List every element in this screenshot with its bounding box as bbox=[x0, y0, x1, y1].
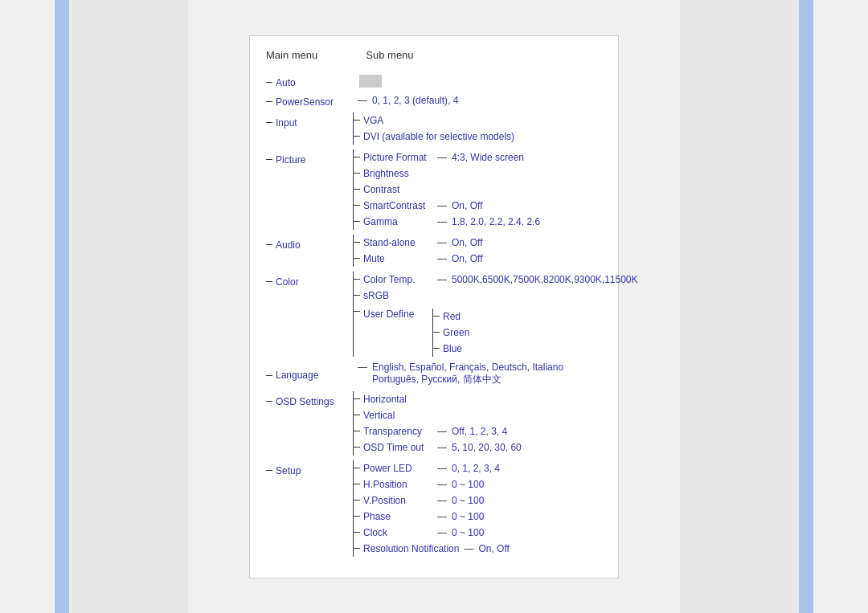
side-bar-right bbox=[799, 0, 813, 613]
list-item: Power LED — 0, 1, 2, 3, 4 bbox=[354, 460, 510, 476]
language-label: Language bbox=[272, 370, 353, 381]
picture-format-label: Picture Format bbox=[360, 152, 432, 163]
audio-tick bbox=[266, 244, 272, 245]
brightness-label: Brightness bbox=[360, 168, 432, 179]
green-label: Green bbox=[440, 327, 469, 338]
input-sub-group: VGA DVI (available for selective models) bbox=[353, 112, 514, 145]
setup-label: Setup bbox=[272, 465, 353, 476]
osd-timeout-label: OSD Time out bbox=[360, 442, 432, 453]
list-item: V.Position — 0 ~ 100 bbox=[354, 492, 510, 509]
auto-label: Auto bbox=[272, 77, 353, 88]
transparency-label: Transparency bbox=[360, 426, 432, 437]
gamma-label: Gamma bbox=[360, 216, 432, 227]
color-temp-value: 5000K,6500K,7500K,8200K,9300K,11500K bbox=[452, 274, 638, 285]
language-value1: English, Español, Français, Deutsch, Ita… bbox=[372, 362, 563, 373]
gamma-value: 1.8, 2.0, 2.2, 2.4, 2.6 bbox=[452, 216, 540, 227]
list-item: SmartContrast — On, Off bbox=[354, 198, 540, 214]
blue-label: Blue bbox=[440, 343, 462, 354]
power-led-label: Power LED bbox=[360, 463, 432, 474]
picture-format-value: 4:3, Wide screen bbox=[452, 152, 524, 163]
srgb-label: sRGB bbox=[360, 290, 432, 301]
auto-section: Auto bbox=[266, 74, 602, 88]
user-define-sub-group: Red Green Blue bbox=[432, 309, 469, 357]
list-item: sRGB bbox=[354, 288, 638, 304]
language-value2: Português, Русский, 简体中文 bbox=[353, 374, 502, 385]
resolution-notification-value: On, Off bbox=[478, 543, 509, 554]
picture-section: Picture Picture Format — 4:3, Wide scree… bbox=[266, 149, 602, 230]
user-define-label: User Define bbox=[360, 309, 432, 320]
input-tick bbox=[266, 122, 272, 123]
mute-value: On, Off bbox=[452, 253, 482, 264]
vga-label: VGA bbox=[360, 115, 432, 126]
list-item: Horizontal bbox=[354, 391, 522, 407]
powersensor-value: 0, 1, 2, 3 (default), 4 bbox=[372, 95, 458, 106]
color-section: Color Color Temp. — 5000K,6500K,7500K,82… bbox=[266, 272, 602, 357]
phase-value: 0 ~ 100 bbox=[452, 511, 484, 522]
osd-settings-section: OSD Settings Horizontal Vertical Transpa… bbox=[266, 391, 602, 456]
list-item: VGA bbox=[354, 112, 514, 129]
list-item: Brightness bbox=[354, 166, 540, 182]
list-item: Gamma — 1.8, 2.0, 2.2, 2.4, 2.6 bbox=[354, 214, 540, 230]
contrast-label: Contrast bbox=[360, 184, 432, 195]
color-temp-label: Color Temp. bbox=[360, 274, 432, 285]
osd-sub-group: Horizontal Vertical Transparency — Off, … bbox=[353, 391, 522, 456]
power-led-value: 0, 1, 2, 3, 4 bbox=[452, 463, 500, 474]
powersensor-tick bbox=[266, 101, 272, 102]
setup-sub-group: Power LED — 0, 1, 2, 3, 4 H.Position — 0… bbox=[353, 460, 510, 557]
red-label: Red bbox=[440, 311, 461, 322]
list-item: Transparency — Off, 1, 2, 3, 4 bbox=[354, 423, 522, 439]
standalone-value: On, Off bbox=[452, 237, 482, 248]
list-item: Clock — 0 ~ 100 bbox=[354, 525, 510, 541]
picture-sub-group: Picture Format — 4:3, Wide screen Bright… bbox=[353, 149, 540, 230]
list-item: Resolution Notification — On, Off bbox=[354, 541, 510, 557]
color-sub-group: Color Temp. — 5000K,6500K,7500K,8200K,93… bbox=[353, 272, 638, 357]
list-item: Contrast bbox=[354, 182, 540, 198]
side-bar-left-inner bbox=[69, 0, 188, 613]
vposition-label: V.Position bbox=[360, 495, 432, 506]
resolution-notification-label: Resolution Notification bbox=[360, 543, 459, 554]
osd-timeout-value: 5, 10, 20, 30, 60 bbox=[452, 442, 522, 453]
list-item: OSD Time out — 5, 10, 20, 30, 60 bbox=[354, 439, 522, 456]
list-item: DVI (available for selective models) bbox=[354, 129, 514, 145]
list-item: Color Temp. — 5000K,6500K,7500K,8200K,93… bbox=[354, 272, 638, 288]
auto-tick bbox=[266, 82, 272, 83]
hposition-value: 0 ~ 100 bbox=[452, 479, 484, 490]
main-panel: Main menu Sub menu Auto PowerSensor — 0,… bbox=[249, 35, 619, 578]
header-row: Main menu Sub menu bbox=[266, 49, 602, 61]
auto-box bbox=[359, 75, 382, 88]
clock-value: 0 ~ 100 bbox=[452, 527, 484, 538]
setup-section: Setup Power LED — 0, 1, 2, 3, 4 H.Positi… bbox=[266, 460, 602, 557]
side-bar-right-inner bbox=[680, 0, 799, 613]
color-tick bbox=[266, 281, 272, 282]
picture-label: Picture bbox=[272, 154, 353, 166]
list-item: Vertical bbox=[354, 407, 522, 423]
hposition-label: H.Position bbox=[360, 479, 432, 490]
color-label: Color bbox=[272, 276, 353, 288]
powersensor-section: PowerSensor — 0, 1, 2, 3 (default), 4 bbox=[266, 93, 602, 108]
clock-label: Clock bbox=[360, 527, 432, 538]
main-menu-label: Main menu bbox=[266, 49, 317, 61]
setup-tick bbox=[266, 470, 272, 471]
side-bar-left bbox=[55, 0, 69, 613]
audio-label: Audio bbox=[272, 239, 353, 251]
powersensor-label: PowerSensor bbox=[272, 96, 353, 108]
smartcontrast-label: SmartContrast bbox=[360, 200, 432, 211]
input-section: Input VGA DVI (available for selective m… bbox=[266, 112, 602, 145]
vposition-value: 0 ~ 100 bbox=[452, 495, 484, 506]
list-item: Blue bbox=[433, 341, 469, 357]
list-item: Stand-alone — On, Off bbox=[354, 235, 482, 251]
list-item: Phase — 0 ~ 100 bbox=[354, 509, 510, 525]
osd-settings-tick bbox=[266, 401, 272, 402]
language-tick bbox=[266, 375, 272, 376]
list-item: User Define Red Green bbox=[354, 304, 638, 357]
list-item: Picture Format — 4:3, Wide screen bbox=[354, 149, 540, 166]
audio-section: Audio Stand-alone — On, Off Mute — On, O… bbox=[266, 235, 602, 267]
audio-sub-group: Stand-alone — On, Off Mute — On, Off bbox=[353, 235, 482, 267]
osd-settings-label: OSD Settings bbox=[272, 396, 353, 407]
horizontal-label: Horizontal bbox=[360, 394, 432, 405]
vertical-label: Vertical bbox=[360, 410, 432, 421]
standalone-label: Stand-alone bbox=[360, 237, 432, 248]
list-item: Mute — On, Off bbox=[354, 251, 482, 267]
list-item: Red bbox=[433, 309, 469, 325]
list-item: H.Position — 0 ~ 100 bbox=[354, 476, 510, 492]
